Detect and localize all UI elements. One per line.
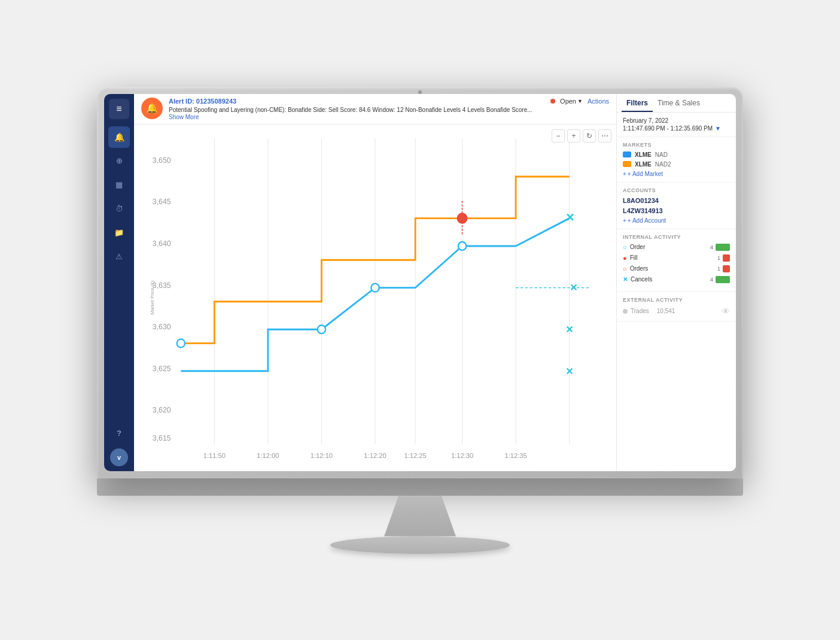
sidebar: ≡ 🔔 ⊕ ▦ ⏱ 📁 [104,94,134,472]
svg-text:3,645: 3,645 [153,198,171,206]
plus-account-icon: + [623,217,626,224]
trades-count: 10,541 [657,308,675,314]
more-options-button[interactable]: ⋯ [598,129,611,142]
chart-area: Market Price (£) − + ↻ [134,125,616,472]
external-activity-label: EXTERNAL ACTIVITY [623,297,730,303]
bell-icon: 🔔 [114,132,124,142]
sidebar-item-trade[interactable]: ⊕ [108,150,130,172]
header-right: Open ▼ Actions [550,98,609,105]
orders-count: 1 [717,266,720,272]
open-label: Open [560,98,576,105]
minus-icon: − [556,132,560,140]
time-range-dropdown[interactable]: ▼ [715,125,721,132]
market-sub-1: NAD [655,151,668,158]
status-dot [550,99,555,104]
monitor-stand-neck [384,496,456,536]
panel-tabs: Filters Time & Sales [617,94,736,113]
sidebar-item-clock[interactable]: ⏱ [108,198,130,220]
chart-svg: 3,650 3,645 3,640 3,635 3,630 3,625 3,62… [134,125,616,472]
sidebar-bottom: ? v [108,422,130,466]
fill-label: Fill [630,254,638,261]
activity-left-order: ○ Order [623,244,645,251]
trade-icon: ⊕ [116,156,123,165]
sidebar-item-folder[interactable]: 📁 [108,222,130,244]
add-market-button[interactable]: + + Add Market [623,171,730,177]
markets-label: MARKETS [623,142,730,148]
folder-icon: 📁 [114,228,124,237]
add-account-button[interactable]: + + Add Account [623,217,730,224]
refresh-button[interactable]: ↻ [583,129,596,142]
sidebar-item-warning[interactable]: ⚠ [108,246,130,268]
show-more-link[interactable]: Show More [169,114,544,120]
order-label: Order [630,244,646,250]
account-item-2[interactable]: L4ZW314913 [623,207,730,214]
tab-time-sales[interactable]: Time & Sales [653,94,705,112]
svg-point-25 [371,283,379,292]
svg-text:✕: ✕ [565,211,574,224]
order-count: 4 [710,244,713,250]
svg-text:1:12:30: 1:12:30 [451,451,473,459]
chart-toolbar: − + ↻ ⋯ [552,129,611,142]
sidebar-avatar[interactable]: v [110,448,128,466]
svg-text:1:12:35: 1:12:35 [504,451,526,459]
chevron-down-icon: ▼ [577,98,583,104]
actions-button[interactable]: Actions [588,98,609,105]
svg-text:1:12:20: 1:12:20 [364,451,386,459]
monitor-wrapper: ≡ 🔔 ⊕ ▦ ⏱ 📁 [91,87,749,554]
market-name-1: XLME [635,151,652,158]
svg-text:3,635: 3,635 [153,281,171,289]
account-item-1[interactable]: L8AO01234 [623,197,730,204]
activity-right-fill: 1 [717,254,730,262]
accounts-section: ACCOUNTS L8AO01234 L4ZW314913 + + Add Ac… [617,183,736,229]
eye-icon[interactable]: 👁 [722,307,730,316]
activity-row-orders: ○ Orders 1 [623,265,730,272]
markets-section: MARKETS XLME NAD XLME NAD2 + [617,137,736,183]
sidebar-item-help[interactable]: ? [108,422,130,444]
open-dropdown[interactable]: Open ▼ [560,98,583,105]
svg-text:✕: ✕ [565,324,573,334]
bell-alert-icon: 🔔 [146,102,158,114]
right-panel: Filters Time & Sales February 7, 2022 1:… [616,94,736,472]
svg-text:1:12:00: 1:12:00 [257,451,279,459]
market-item-1: XLME NAD [623,151,730,158]
cancels-label: Cancels [631,276,652,283]
orders-bar [723,265,730,272]
plus-market-icon: + [623,171,626,177]
activity-right-orders: 1 [717,265,730,272]
market-color-bar-2 [623,161,631,167]
internal-activity-section: INTERNAL ACTIVITY ○ Order 4 [617,229,736,292]
warning-icon: ⚠ [115,252,123,261]
activity-row-fill: ● Fill 1 [623,254,730,262]
panel-time-range: 1:11:47.690 PM - 1:12:35.690 PM ▼ [623,125,730,132]
sidebar-item-alerts[interactable]: 🔔 [108,126,130,148]
accounts-label: ACCOUNTS [623,187,730,193]
svg-text:3,630: 3,630 [153,322,171,330]
svg-point-23 [177,339,185,347]
svg-text:3,620: 3,620 [153,406,171,414]
app-container: ≡ 🔔 ⊕ ▦ ⏱ 📁 [104,94,736,472]
status-badge [550,99,555,104]
y-axis-label: Market Price (£) [150,281,155,315]
ext-activity-row-trades: Trades 10,541 👁 [623,307,730,316]
zoom-out-button[interactable]: − [552,129,565,142]
main-content: 🔔 Alert ID: 01235089243 Potential Spoofi… [134,94,616,472]
external-activity-section: EXTERNAL ACTIVITY Trades 10,541 👁 [617,292,736,321]
orders-symbol: ○ [623,265,627,272]
alert-bell-icon: 🔔 [141,98,163,119]
svg-text:3,625: 3,625 [153,364,171,372]
panel-date: February 7, 2022 [623,117,730,124]
ellipsis-icon: ⋯ [601,132,608,140]
tab-filters[interactable]: Filters [622,94,653,112]
sidebar-item-grid[interactable]: ▦ [108,174,130,196]
market-name-2: XLME [635,161,652,168]
fill-bar [723,254,730,262]
monitor-body: ≡ 🔔 ⊕ ▦ ⏱ 📁 [97,87,743,479]
avatar-label: v [117,454,121,461]
sidebar-logo[interactable]: ≡ [109,99,129,119]
grid-icon: ▦ [115,180,123,189]
svg-text:3,650: 3,650 [153,156,171,164]
svg-text:✕: ✕ [565,366,573,376]
market-sub-2: NAD2 [655,161,671,168]
svg-text:3,640: 3,640 [153,239,171,247]
zoom-in-button[interactable]: + [567,129,580,142]
